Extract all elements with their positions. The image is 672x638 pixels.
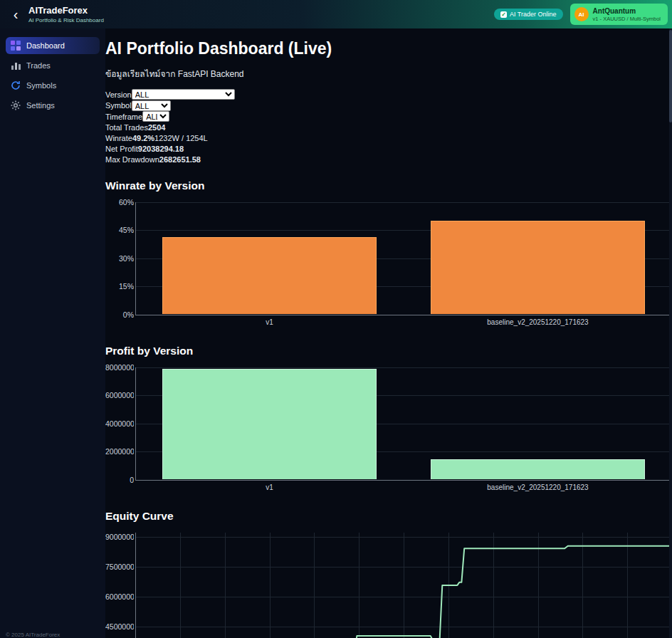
stat-winrate: Winrate49.2%1232W / 1254L [105, 133, 672, 144]
filter-version: Version ALL [105, 89, 672, 100]
sidebar-item-dashboard[interactable]: Dashboard [6, 37, 100, 54]
status-badge-label: AI Trader Online [510, 11, 557, 18]
filter-version-label: Version [105, 90, 132, 99]
bar [431, 221, 646, 315]
back-button[interactable]: ‹ [7, 7, 24, 21]
stat-value: 92038294.18 [138, 145, 184, 153]
sidebar-item-symbols[interactable]: Symbols [6, 77, 100, 94]
y-axis-line [135, 367, 136, 480]
bar [162, 237, 377, 314]
stat-label: Max Drawdown [105, 155, 159, 164]
filter-symbol: Symbol ALL [105, 100, 672, 112]
stats-block: Total Trades2504 Winrate49.2%1232W / 125… [105, 122, 672, 165]
stat-value: 49.2% [132, 134, 154, 142]
account-name: AntQuantum [593, 7, 661, 15]
app-body: Dashboard Trades Symbols [0, 28, 672, 638]
account-text: AntQuantum v1 - XAUUSD / Multi-Symbol [593, 7, 661, 22]
app-subtitle: AI Portfolio & Risk Dashboard [28, 17, 104, 23]
app-header: ‹ AITradeForex AI Portfolio & Risk Dashb… [0, 0, 672, 28]
symbols-sync-icon [11, 80, 21, 90]
sidebar-item-settings[interactable]: Settings [6, 97, 100, 114]
sidebar-item-label: Trades [26, 61, 51, 70]
page-title: AI Portfolio Dashboard (Live) [105, 38, 672, 58]
filters: Version ALL Symbol ALL Timeframe ALL [105, 89, 672, 122]
filter-symbol-label: Symbol [105, 101, 132, 110]
profit-by-version-chart: 020000000400000006000000080000000v1basel… [105, 367, 672, 496]
version-select[interactable]: ALL [132, 89, 235, 100]
y-tick-label: 30% [105, 254, 134, 263]
sidebar-footer: © 2025 AITradeForex [6, 632, 60, 638]
y-tick-label: 20000000 [105, 447, 134, 456]
x-axis-line [135, 315, 672, 315]
dashboard-grid-icon [11, 41, 21, 51]
stat-value: 2682651.58 [159, 155, 201, 164]
page-subtitle: ข้อมูลเรียลไทม์จาก FastAPI Backend [105, 67, 672, 80]
x-axis-line [135, 480, 672, 481]
y-tick-label: 0% [105, 310, 134, 319]
equity-curve-chart: 45000000600000007500000090000000 [105, 533, 672, 638]
section-title-winrate: Winrate by Version [105, 179, 672, 192]
stat-label: Winrate [105, 134, 132, 142]
winrate-by-version-chart: 0%15%30%45%60%v1baseline_v2_20251220_171… [105, 202, 672, 330]
trades-chart-icon [11, 61, 21, 70]
stat-label: Net Profit [105, 145, 138, 153]
sidebar-item-label: Dashboard [26, 41, 65, 50]
main-content: AI Portfolio Dashboard (Live) ข้อมูลเรีย… [105, 28, 672, 638]
gridline [135, 367, 672, 368]
stat-extra: 1232W / 1254L [154, 134, 208, 142]
x-tick-label: v1 [135, 483, 404, 491]
x-tick-label: v1 [135, 318, 404, 326]
equity-line [135, 533, 672, 638]
scrollbar-track [669, 28, 672, 638]
sidebar-item-label: Settings [26, 101, 55, 110]
y-axis-line [135, 202, 136, 315]
timeframe-select[interactable]: ALL [142, 111, 169, 122]
stat-label: Total Trades [105, 123, 148, 132]
sidebar: Dashboard Trades Symbols [0, 28, 105, 638]
filter-timeframe-label: Timeframe [105, 113, 142, 121]
app-title: AITradeForex [28, 5, 104, 16]
bar [162, 369, 377, 479]
app-title-block: AITradeForex AI Portfolio & Risk Dashboa… [28, 5, 104, 23]
y-tick-label: 0 [105, 476, 134, 484]
x-tick-label: baseline_v2_20251220_171623 [404, 318, 672, 326]
stat-max-drawdown: Max Drawdown2682651.58 [105, 155, 672, 165]
symbol-select[interactable]: ALL [132, 100, 171, 111]
stat-value: 2504 [148, 123, 165, 132]
status-badge[interactable]: ✓ AI Trader Online [494, 9, 563, 20]
y-tick-label: 45% [105, 226, 134, 234]
avatar: AI [574, 7, 589, 21]
stat-total-trades: Total Trades2504 [105, 122, 672, 133]
gridline [135, 202, 672, 203]
sidebar-item-trades[interactable]: Trades [6, 57, 100, 74]
account-detail: v1 - XAUUSD / Multi-Symbol [593, 16, 661, 22]
y-tick-label: 60% [105, 198, 134, 206]
gear-icon [11, 100, 21, 110]
bar [431, 459, 646, 479]
account-card[interactable]: AI AntQuantum v1 - XAUUSD / Multi-Symbol [570, 4, 668, 25]
x-tick-label: baseline_v2_20251220_171623 [404, 483, 672, 491]
y-tick-label: 75000000 [105, 563, 134, 571]
y-tick-label: 60000000 [105, 592, 134, 601]
y-tick-label: 90000000 [105, 533, 134, 541]
y-tick-label: 80000000 [105, 363, 134, 372]
scrollbar-thumb[interactable] [669, 30, 672, 122]
stat-net-profit: Net Profit92038294.18 [105, 144, 672, 155]
y-tick-label: 40000000 [105, 419, 134, 428]
check-icon: ✓ [500, 11, 507, 18]
filter-timeframe: Timeframe ALL [105, 111, 672, 122]
sidebar-item-label: Symbols [26, 81, 56, 90]
section-title-profit: Profit by Version [105, 344, 672, 357]
back-icon: ‹ [14, 6, 19, 22]
section-title-equity: Equity Curve [105, 509, 672, 523]
y-tick-label: 60000000 [105, 391, 134, 399]
y-tick-label: 15% [105, 282, 134, 291]
y-tick-label: 45000000 [105, 622, 134, 631]
